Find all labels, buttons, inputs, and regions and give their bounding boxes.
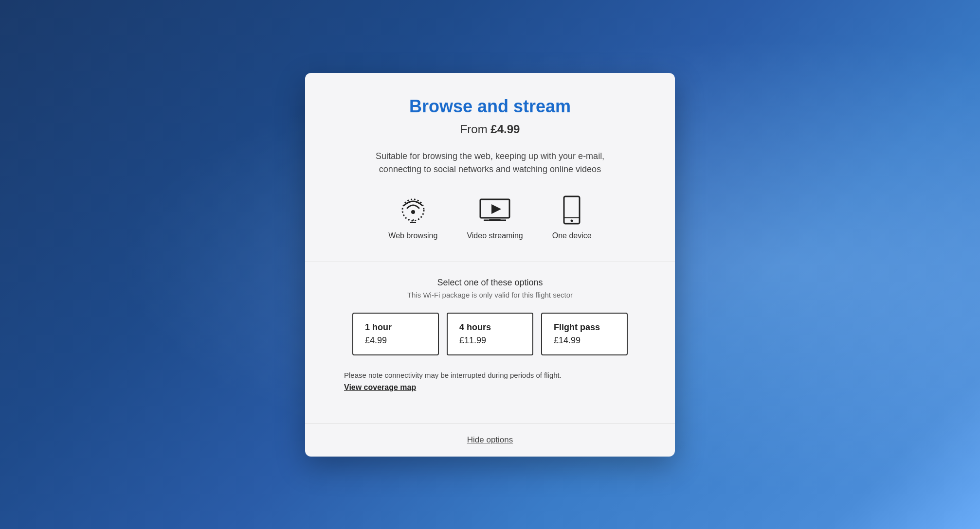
video-play-icon [479, 198, 511, 222]
svg-marker-5 [491, 204, 501, 214]
modal-container: Browse and stream From £4.99 Suitable fo… [305, 73, 675, 457]
features-row: Web browsing Video streaming [344, 195, 636, 240]
package-flightpass-button[interactable]: Flight pass £14.99 [541, 313, 628, 355]
package-4hours-price: £11.99 [459, 335, 486, 346]
modal-overlay: Browse and stream From £4.99 Suitable fo… [0, 0, 980, 529]
video-streaming-label: Video streaming [467, 231, 523, 240]
mobile-device-icon [562, 195, 581, 225]
price-label: From [460, 123, 491, 136]
web-browsing-icon-container [396, 195, 430, 225]
package-1hour-price: £4.99 [365, 335, 387, 346]
svg-point-0 [411, 210, 415, 214]
package-1hour-button[interactable]: 1 hour £4.99 [352, 313, 439, 355]
coverage-map-link[interactable]: View coverage map [344, 383, 416, 392]
package-flightpass-price: £14.99 [554, 335, 581, 346]
hide-options-section: Hide options [305, 423, 675, 457]
feature-web-browsing: Web browsing [388, 195, 437, 240]
video-streaming-icon-container [478, 195, 512, 225]
svg-point-10 [571, 219, 573, 222]
modal-price-line: From £4.99 [344, 123, 636, 136]
hide-options-link[interactable]: Hide options [467, 435, 513, 444]
feature-video-streaming: Video streaming [467, 195, 523, 240]
one-device-icon-container [555, 195, 589, 225]
connectivity-note: Please note connectivity may be interrup… [344, 371, 636, 379]
modal-description: Suitable for browsing the web, keeping u… [359, 150, 621, 176]
price-value: £4.99 [490, 123, 520, 136]
one-device-label: One device [552, 231, 592, 240]
packages-row: 1 hour £4.99 4 hours £11.99 Flight pass … [344, 313, 636, 355]
svg-rect-6 [489, 219, 501, 221]
package-1hour-title: 1 hour [365, 322, 392, 333]
options-section: Select one of these options This Wi-Fi p… [344, 262, 636, 423]
feature-one-device: One device [552, 195, 592, 240]
package-4hours-title: 4 hours [459, 322, 491, 333]
package-flightpass-title: Flight pass [554, 322, 600, 333]
web-browsing-label: Web browsing [388, 231, 437, 240]
package-4hours-button[interactable]: 4 hours £11.99 [447, 313, 533, 355]
options-subtitle: This Wi-Fi package is only valid for thi… [344, 291, 636, 299]
options-title: Select one of these options [344, 278, 636, 288]
wifi-signal-icon [399, 195, 428, 225]
modal-title: Browse and stream [344, 96, 636, 117]
